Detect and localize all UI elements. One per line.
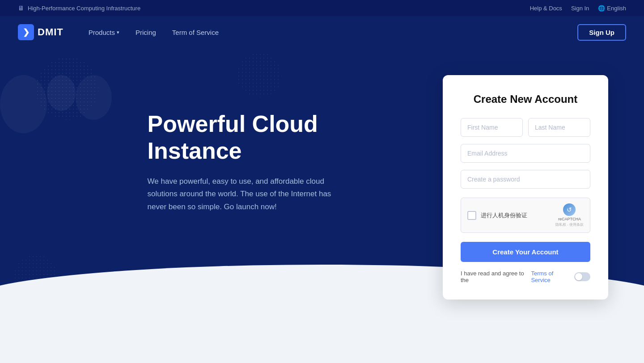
recaptcha-icon: ↺ — [563, 203, 576, 216]
hero-title: Powerful Cloud Instance — [148, 111, 380, 165]
terms-toggle[interactable] — [574, 272, 590, 281]
hero-left: Powerful Cloud Instance We have powerful… — [148, 84, 380, 214]
nav-tos-label: Term of Service — [172, 29, 219, 36]
captcha-checkbox[interactable] — [467, 211, 476, 220]
nav-links: Products ▾ Pricing Term of Service — [81, 25, 578, 40]
password-input[interactable] — [461, 170, 590, 189]
toggle-knob — [575, 273, 582, 280]
terms-prefix: I have read and agree to the — [461, 270, 527, 283]
captcha-text: 进行人机身份验证 — [481, 211, 551, 219]
terms-of-service-link[interactable]: Terms of Service — [531, 270, 571, 283]
nav-products-label: Products — [89, 29, 115, 36]
recaptcha-brand: reCAPTCHA — [558, 217, 581, 221]
hero-section: Powerful Cloud Instance We have powerful… — [0, 48, 644, 344]
chevron-down-icon: ▾ — [117, 30, 119, 35]
dot-pattern-3 — [13, 255, 58, 300]
server-icon: 🖥 — [18, 4, 24, 12]
language-selector[interactable]: 🌐 English — [598, 5, 626, 12]
navbar: ❯ DMIT Products ▾ Pricing Term of Servic… — [0, 16, 644, 48]
nav-pricing-label: Pricing — [136, 29, 156, 36]
first-name-input[interactable] — [461, 118, 523, 137]
top-bar-left: 🖥 High-Performance Computing Infrastruct… — [18, 4, 140, 12]
nav-pricing[interactable]: Pricing — [128, 25, 163, 40]
lang-label: English — [607, 5, 626, 12]
top-bar: 🖥 High-Performance Computing Infrastruct… — [0, 0, 644, 16]
email-input[interactable] — [461, 144, 590, 163]
captcha-box[interactable]: 进行人机身份验证 ↺ reCAPTCHA 隐私权 - 使用条款 — [461, 198, 590, 233]
captcha-logo: ↺ reCAPTCHA 隐私权 - 使用条款 — [555, 203, 584, 227]
logo-icon: ❯ — [18, 24, 34, 40]
logo-link[interactable]: ❯ DMIT — [18, 24, 64, 40]
top-bar-right: Help & Docs Sign In 🌐 English — [530, 5, 626, 12]
recaptcha-sub: 隐私权 - 使用条款 — [555, 222, 584, 227]
logo-text: DMIT — [38, 26, 64, 38]
signin-link[interactable]: Sign In — [571, 5, 589, 12]
logo-symbol: ❯ — [23, 27, 30, 37]
signup-form-card: Create New Account 进行人机身份验证 ↺ reCAPTCHA … — [443, 75, 608, 300]
name-row — [461, 118, 590, 137]
nav-right: Sign Up — [577, 24, 626, 41]
create-account-button[interactable]: Create Your Account — [461, 242, 590, 262]
last-name-input[interactable] — [528, 118, 590, 137]
hero-description: We have powerful, easy to use, and affor… — [148, 175, 344, 214]
top-bar-tagline: High-Performance Computing Infrastructur… — [28, 5, 140, 12]
globe-icon: 🌐 — [598, 5, 605, 12]
terms-row: I have read and agree to the Terms of Se… — [461, 270, 590, 283]
hero-content: Powerful Cloud Instance We have powerful… — [112, 75, 644, 344]
bottom-section: EQUINIX DIGITAL REALTY CoreSite — [0, 344, 644, 363]
form-title: Create New Account — [461, 93, 590, 106]
nav-tos[interactable]: Term of Service — [165, 25, 226, 40]
signup-button[interactable]: Sign Up — [577, 24, 626, 41]
help-docs-link[interactable]: Help & Docs — [530, 5, 562, 12]
nav-products[interactable]: Products ▾ — [81, 25, 127, 40]
dot-pattern-1 — [36, 57, 98, 120]
